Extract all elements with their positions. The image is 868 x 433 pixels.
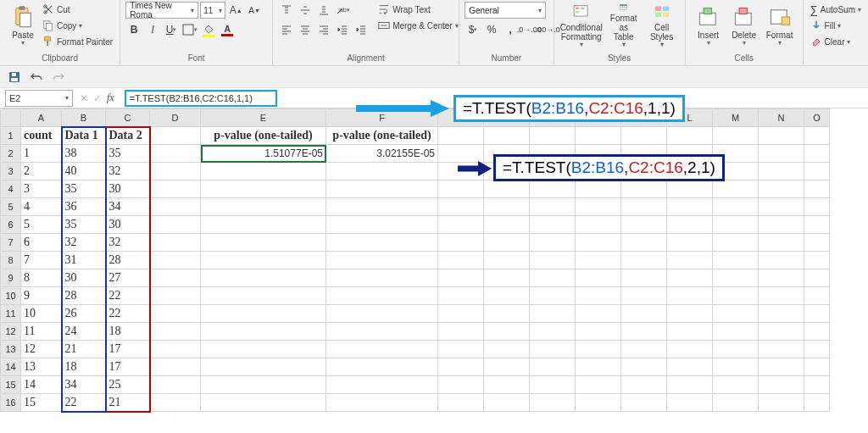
cell[interactable] xyxy=(713,323,759,341)
cell[interactable] xyxy=(201,269,326,287)
cell[interactable] xyxy=(438,163,484,180)
cell[interactable] xyxy=(713,269,759,287)
copy-button[interactable]: Copy▾ xyxy=(41,18,114,33)
cell[interactable]: 32 xyxy=(106,234,150,252)
col-header[interactable]: E xyxy=(201,109,326,127)
cell[interactable] xyxy=(326,376,438,394)
cell[interactable]: 18 xyxy=(62,358,106,376)
row-header[interactable]: 9 xyxy=(1,269,21,287)
cell[interactable] xyxy=(667,180,713,198)
cell[interactable] xyxy=(667,305,713,323)
wrap-text-button[interactable]: Wrap Text xyxy=(376,2,460,17)
cell[interactable] xyxy=(484,323,530,341)
save-button[interactable] xyxy=(7,69,22,85)
cell[interactable] xyxy=(150,341,201,358)
cell[interactable] xyxy=(667,358,713,376)
cell[interactable] xyxy=(804,376,830,394)
cell[interactable]: 5 xyxy=(21,216,62,234)
enter-formula-button[interactable]: ✓ xyxy=(93,92,102,104)
cell[interactable]: 24 xyxy=(62,323,106,341)
cell[interactable] xyxy=(438,252,484,269)
cell[interactable] xyxy=(201,180,326,198)
cell[interactable]: 34 xyxy=(62,376,106,394)
cell[interactable] xyxy=(759,127,804,145)
cell[interactable] xyxy=(484,216,530,234)
cell[interactable]: 30 xyxy=(106,216,150,234)
cell[interactable] xyxy=(484,287,530,305)
cell[interactable] xyxy=(201,394,326,412)
cell[interactable] xyxy=(326,163,438,180)
cancel-formula-button[interactable]: ✕ xyxy=(80,92,88,104)
row-header[interactable]: 14 xyxy=(1,358,21,376)
delete-cells-button[interactable]: Delete▾ xyxy=(726,2,762,51)
font-size-combo[interactable]: 11▾ xyxy=(200,2,225,19)
cell[interactable]: 3 xyxy=(21,180,62,198)
cell[interactable] xyxy=(530,234,576,252)
increase-font-button[interactable]: A▲ xyxy=(227,2,244,19)
borders-button[interactable]: ▾ xyxy=(181,21,198,38)
cell[interactable]: 35 xyxy=(62,216,106,234)
cell[interactable] xyxy=(326,394,438,412)
align-right-button[interactable] xyxy=(315,21,332,38)
name-box[interactable]: E2▾ xyxy=(5,90,73,107)
cell[interactable]: 1 xyxy=(21,145,62,163)
cell[interactable] xyxy=(150,127,201,145)
cell[interactable] xyxy=(576,198,621,216)
align-top-button[interactable] xyxy=(278,2,295,19)
cell[interactable] xyxy=(576,269,621,287)
cell[interactable] xyxy=(621,358,667,376)
cell[interactable] xyxy=(804,341,830,358)
row-header[interactable]: 2 xyxy=(1,145,21,163)
cell[interactable] xyxy=(484,394,530,412)
cell[interactable] xyxy=(150,394,201,412)
col-header[interactable]: B xyxy=(62,109,106,127)
cell[interactable] xyxy=(621,198,667,216)
cell[interactable] xyxy=(621,305,667,323)
cell[interactable] xyxy=(713,341,759,358)
cell[interactable] xyxy=(150,145,201,163)
cell[interactable]: 32 xyxy=(106,163,150,180)
cell[interactable] xyxy=(326,269,438,287)
cell[interactable] xyxy=(804,269,830,287)
cell[interactable] xyxy=(326,180,438,198)
row-header[interactable]: 5 xyxy=(1,198,21,216)
cell[interactable] xyxy=(438,269,484,287)
cell[interactable] xyxy=(150,305,201,323)
decrease-font-button[interactable]: A▼ xyxy=(246,2,263,19)
cell[interactable] xyxy=(804,358,830,376)
redo-button[interactable] xyxy=(51,69,66,85)
cell[interactable] xyxy=(804,394,830,412)
cell[interactable] xyxy=(621,394,667,412)
cell[interactable] xyxy=(438,394,484,412)
cell[interactable] xyxy=(484,198,530,216)
cell[interactable] xyxy=(759,180,804,198)
cell[interactable]: 3.02155E-05 xyxy=(326,145,438,163)
cell[interactable] xyxy=(326,323,438,341)
cell[interactable]: 34 xyxy=(106,198,150,216)
cell[interactable] xyxy=(201,305,326,323)
cell[interactable] xyxy=(438,127,484,145)
col-header[interactable]: M xyxy=(713,109,759,127)
cell[interactable] xyxy=(201,323,326,341)
percent-button[interactable]: % xyxy=(483,21,500,38)
cell[interactable] xyxy=(621,252,667,269)
cell[interactable] xyxy=(759,341,804,358)
cell[interactable] xyxy=(438,305,484,323)
cell[interactable] xyxy=(484,252,530,269)
cell[interactable]: p-value (one-tailed) xyxy=(201,127,326,145)
cell[interactable] xyxy=(484,305,530,323)
undo-button[interactable] xyxy=(29,69,44,85)
cell[interactable]: 15 xyxy=(21,394,62,412)
format-as-table-button[interactable]: Format as Table▾ xyxy=(604,2,644,51)
cell[interactable] xyxy=(667,127,713,145)
cell[interactable]: 28 xyxy=(62,287,106,305)
orientation-button[interactable]: ab▾ xyxy=(334,2,351,19)
cell[interactable] xyxy=(438,287,484,305)
cell[interactable] xyxy=(201,341,326,358)
cell[interactable] xyxy=(150,287,201,305)
col-header[interactable]: F xyxy=(326,109,438,127)
cell[interactable] xyxy=(201,198,326,216)
cell[interactable] xyxy=(484,127,530,145)
format-cells-button[interactable]: Format▾ xyxy=(762,2,798,51)
cell[interactable] xyxy=(576,394,621,412)
